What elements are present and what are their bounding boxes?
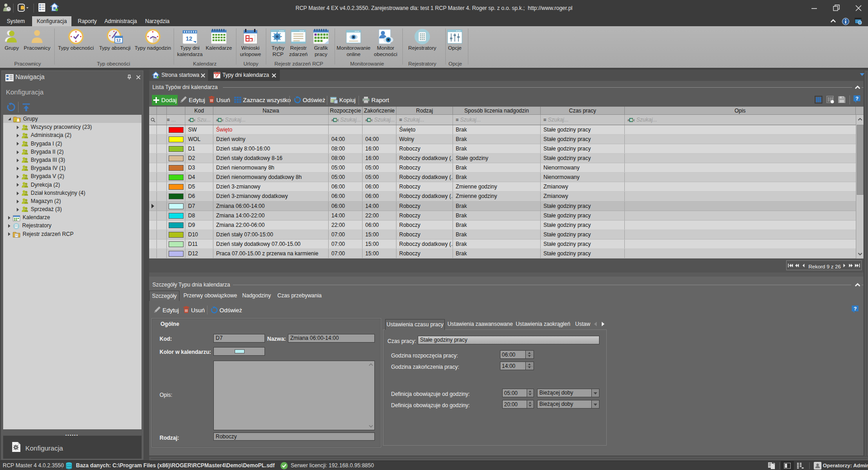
svg-text:?: ? bbox=[855, 96, 859, 101]
svg-text:12: 12 bbox=[116, 38, 121, 42]
svg-text:?: ? bbox=[854, 306, 857, 311]
svg-text:12: 12 bbox=[186, 35, 192, 42]
